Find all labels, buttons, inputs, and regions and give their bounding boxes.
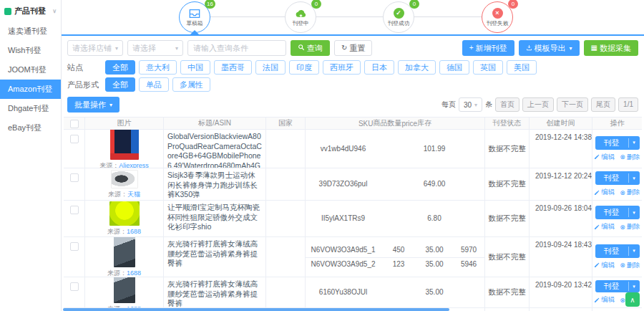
edit-link[interactable]: 编辑: [594, 295, 615, 305]
form-tab-single[interactable]: 单品: [139, 77, 169, 92]
sidebar-header[interactable]: 产品刊登 ∨: [0, 0, 61, 21]
step-failed[interactable]: × 刊登失败 0: [482, 1, 513, 33]
delete-icon: ⊗: [620, 297, 625, 304]
row-checkbox[interactable]: [70, 282, 79, 291]
edit-link[interactable]: 编辑: [594, 188, 615, 197]
per-page-select[interactable]: 30 ▾: [459, 97, 482, 112]
reset-button[interactable]: ↻ 重置: [334, 40, 372, 56]
search-button[interactable]: 查询: [291, 40, 330, 56]
scroll-top-button[interactable]: ∧: [625, 292, 640, 307]
header-price: price: [401, 120, 417, 128]
main-content: 草稿箱 16 刊登中 0 ✓ 刊登成功 0 × 刊登失败 0 请选择店铺 ▾: [62, 0, 644, 311]
delete-link[interactable]: ⊗删除: [620, 261, 640, 270]
product-title[interactable]: GlobalVersionBlackviewA80ProQuadRearCame…: [167, 132, 262, 168]
sidebar-item-ebay[interactable]: eBay刊登: [0, 118, 61, 138]
caret-down-icon: ▾: [109, 102, 112, 108]
source-link[interactable]: 1688: [127, 305, 141, 308]
count-badge: 0: [508, 0, 518, 9]
shop-select[interactable]: 请选择店铺 ▾: [67, 40, 123, 56]
site-tab-us[interactable]: 美国: [507, 60, 537, 75]
product-thumbnail[interactable]: [111, 170, 138, 188]
add-listing-button[interactable]: + 新增刊登: [462, 40, 514, 56]
source-label: 来源：: [108, 191, 127, 198]
site-tab-france[interactable]: 法国: [255, 60, 286, 75]
step-drafts[interactable]: 草稿箱 16: [179, 1, 210, 33]
product-title[interactable]: 灰光骑行裤打底裤女薄绒高腰纱笼芭蕾运动裤紧身裤提臀裤: [167, 239, 258, 267]
row-checkbox[interactable]: [70, 242, 79, 251]
created-time: 2019-12-24 14:38: [535, 133, 592, 141]
site-tab-mexico[interactable]: 墨西哥: [214, 60, 252, 75]
row-checkbox[interactable]: [70, 173, 79, 182]
site-tab-germany[interactable]: 德国: [439, 60, 469, 75]
caret-down-icon: ▾: [115, 45, 118, 52]
sidebar-item-joom[interactable]: JOOM刊登: [0, 60, 61, 80]
site-tab-canada[interactable]: 加拿大: [398, 60, 436, 75]
product-thumbnail[interactable]: [109, 201, 140, 226]
step-success[interactable]: ✓ 刊登成功 0: [383, 1, 414, 33]
publish-button[interactable]: 刊登 ▾: [595, 171, 640, 185]
first-page-button[interactable]: 首页: [495, 97, 519, 112]
site-tab-italy[interactable]: 意大利: [139, 60, 177, 75]
arrow-up-icon: ∧: [630, 296, 635, 304]
sidebar-item-wish[interactable]: Wish刊登: [0, 41, 61, 60]
price-value: 35.00: [416, 260, 452, 269]
sku-value: 6160Yu38OJUl: [306, 288, 381, 297]
row-checkbox[interactable]: [70, 206, 79, 214]
site-tab-india[interactable]: 印度: [289, 60, 319, 75]
type-select[interactable]: 请选择 ▾: [127, 40, 183, 56]
publish-button[interactable]: 刊登 ▾: [595, 280, 640, 292]
batch-operation-button[interactable]: 批量操作 ▾: [67, 97, 119, 113]
type-select-placeholder: 请选择: [132, 43, 156, 54]
edit-link[interactable]: 编辑: [594, 153, 615, 162]
sidebar-item-aliexpress[interactable]: 速卖通刊登: [0, 21, 61, 41]
delete-link[interactable]: ⊗删除: [620, 153, 640, 162]
template-export-button[interactable]: 模板导出 ▾: [519, 40, 580, 56]
cloud-upload-icon: [286, 5, 316, 19]
qty-value: 123: [381, 260, 416, 269]
product-title[interactable]: 灰光骑行裤打底裤女薄绒高腰纱笼芭蕾运动裤紧身裤提臀裤: [167, 279, 258, 307]
source-label: 来源：: [99, 162, 119, 168]
sidebar-item-dhgate[interactable]: Dhgate刊登: [0, 99, 61, 118]
stepper-connector: [195, 16, 497, 17]
edit-icon: [594, 190, 600, 196]
site-tab-all[interactable]: 全部: [105, 60, 135, 75]
delete-link[interactable]: ⊗删除: [620, 188, 640, 197]
publish-button[interactable]: 刊登 ▾: [595, 244, 640, 258]
table-row: 来源：1688 让平顺滑I宝定制马克杯陶瓷杯同性狙限定骄傲外交成文化衫印字shi…: [64, 201, 642, 237]
product-title[interactable]: 让平顺滑I宝定制马克杯陶瓷杯同性狙限定骄傲外交成文化衫印字shio: [167, 203, 260, 231]
source-link[interactable]: 天猫: [127, 191, 140, 198]
publish-button[interactable]: 刊登 ▾: [595, 136, 640, 150]
site-tab-china[interactable]: 中国: [180, 60, 210, 75]
data-collect-button[interactable]: ▦ 数据采集: [584, 40, 638, 56]
next-page-button[interactable]: 下一页: [557, 97, 588, 112]
prev-page-button[interactable]: 上一页: [522, 97, 554, 112]
horizontal-scrollbar[interactable]: [63, 308, 449, 311]
site-tab-uk[interactable]: 英国: [473, 60, 503, 75]
last-page-button[interactable]: 尾页: [591, 97, 615, 112]
country-cell: [266, 277, 306, 307]
step-publishing[interactable]: 刊登中 0: [285, 1, 316, 33]
delete-link[interactable]: ⊗删除: [620, 222, 640, 231]
publish-button[interactable]: 刊登 ▾: [595, 206, 640, 219]
form-tab-variation[interactable]: 多属性: [172, 77, 210, 92]
row-checkbox[interactable]: [70, 135, 79, 143]
product-title[interactable]: Sisjk3春季薄款男士运动休闲长裤修身弹力跑步训练长裤K350弹: [167, 171, 258, 198]
form-tab-all[interactable]: 全部: [105, 77, 135, 92]
keyword-input[interactable]: [187, 40, 286, 56]
site-tab-japan[interactable]: 日本: [364, 60, 394, 75]
edit-link[interactable]: 编辑: [594, 261, 615, 270]
product-thumbnail[interactable]: [110, 130, 139, 160]
site-tab-spain[interactable]: 西班牙: [323, 60, 361, 75]
edit-link[interactable]: 编辑: [594, 222, 615, 231]
source-link[interactable]: Aliexpress: [119, 162, 149, 168]
page-indicator: 1/1: [618, 97, 638, 112]
source-link[interactable]: 1688: [127, 269, 141, 277]
price-value: 35.00: [416, 288, 452, 297]
product-thumbnail[interactable]: [114, 277, 135, 303]
sidebar-item-amazon[interactable]: Amazon刊登: [0, 80, 61, 99]
source-link[interactable]: 1688: [127, 228, 141, 235]
select-all-checkbox[interactable]: [70, 120, 79, 128]
created-time: 2019-12-12 20:24: [535, 172, 592, 180]
price-value: 101.99: [416, 145, 452, 153]
product-thumbnail[interactable]: [114, 237, 135, 267]
